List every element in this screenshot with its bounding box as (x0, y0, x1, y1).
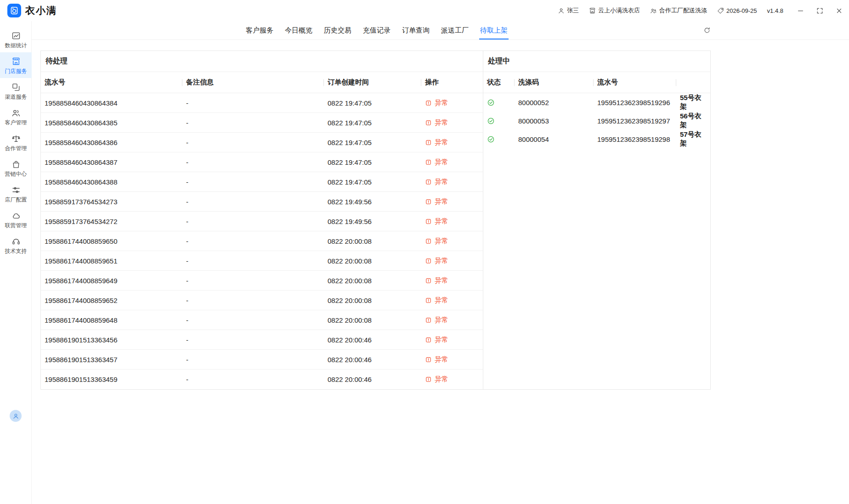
sidebar-item-label: 数据统计 (5, 43, 27, 48)
table-row: 1958861901513363456 - 0822 20:00:46 异常 (41, 330, 483, 350)
refresh-icon[interactable] (703, 27, 711, 34)
remark-cell: - (182, 192, 324, 211)
remark-cell: - (182, 212, 324, 231)
exception-icon (425, 336, 432, 343)
sidebar-item[interactable]: 营销中心 (0, 155, 32, 181)
pending-table-header: 流水号 备注信息 订单创建时间 操作 (41, 72, 483, 93)
close-icon[interactable] (836, 7, 843, 14)
table-row: 80000054 1959512362398519298 57号衣架 (483, 130, 710, 148)
exception-button[interactable]: 异常 (425, 178, 448, 186)
serial-cell: 1958858460430864387 (41, 152, 182, 172)
user-avatar[interactable] (10, 410, 22, 422)
topbar-info-item[interactable]: 张三 (558, 6, 579, 15)
topbar-info-label: 张三 (567, 6, 579, 15)
sidebar-item-label: 渠道服务 (5, 94, 27, 100)
exception-label: 异常 (435, 375, 448, 384)
exception-label: 异常 (435, 316, 448, 325)
sidebar-item[interactable]: 数据统计 (0, 27, 32, 52)
serial-cell: 1958858460430864386 (41, 133, 182, 152)
remark-cell: - (182, 93, 324, 112)
sidebar-item[interactable]: 店厂配置 (0, 181, 32, 207)
remark-cell: - (182, 310, 324, 330)
sidebar-item[interactable]: 合作管理 (0, 129, 32, 155)
table-row: 1958858460430864384 - 0822 19:47:05 异常 (41, 93, 483, 113)
exception-button[interactable]: 异常 (425, 237, 448, 246)
app-version: v1.4.8 (767, 7, 783, 14)
remark-cell: - (182, 370, 324, 389)
exception-label: 异常 (435, 158, 448, 167)
sidebar-item-label: 联营管理 (5, 223, 27, 228)
tabs: 客户服务 今日概览 历史交易 充值记录 订单查询 派送工厂 待取上架 (246, 21, 508, 39)
exception-button[interactable]: 异常 (425, 217, 448, 226)
tab[interactable]: 待取上架 (480, 21, 508, 39)
table-row: 1958858460430864385 - 0822 19:47:05 异常 (41, 113, 483, 133)
pending-table-body: 1958858460430864384 - 0822 19:47:05 异常 (41, 93, 483, 389)
table-row: 1958861744008859650 - 0822 20:00:08 异常 (41, 231, 483, 251)
serial-cell: 1958861744008859649 (41, 271, 182, 290)
action-cell: 异常 (421, 251, 483, 270)
table-row: 1958861901513363457 - 0822 20:00:46 异常 (41, 350, 483, 370)
serial-cell: 1958861744008859651 (41, 251, 182, 270)
main-area: 客户服务 今日概览 历史交易 充值记录 订单查询 派送工厂 待取上架 (32, 21, 849, 504)
created-cell: 0822 20:00:08 (324, 310, 421, 330)
exception-button[interactable]: 异常 (425, 355, 448, 364)
sidebar-nav: 数据统计 门店服务 渠道服务 客户管理 (0, 21, 31, 258)
col-serial: 流水号 (594, 72, 676, 93)
exception-button[interactable]: 异常 (425, 316, 448, 325)
topbar-info-item[interactable]: 云上小满洗衣店 (589, 6, 640, 15)
table-row: 80000052 1959512362398519296 55号衣架 (483, 93, 710, 112)
action-cell: 异常 (421, 370, 483, 389)
remark-cell: - (182, 172, 324, 191)
topbar-info-item[interactable]: 2026-09-25 (717, 7, 757, 14)
exception-icon (425, 297, 432, 304)
exception-button[interactable]: 异常 (425, 118, 448, 127)
remark-cell: - (182, 251, 324, 270)
exception-button[interactable]: 异常 (425, 296, 448, 305)
col-remark: 备注信息 (182, 72, 324, 93)
exception-button[interactable]: 异常 (425, 276, 448, 285)
remark-cell: - (182, 350, 324, 369)
exception-label: 异常 (435, 118, 448, 127)
exception-icon (425, 317, 432, 324)
table-row: 1958859173764534272 - 0822 19:49:56 异常 (41, 212, 483, 231)
sidebar-item[interactable]: 门店服务 (0, 52, 32, 78)
sidebar-item[interactable]: 客户管理 (0, 104, 32, 129)
exception-button[interactable]: 异常 (425, 99, 448, 107)
table-row: 1958858460430864388 - 0822 19:47:05 异常 (41, 172, 483, 192)
serial-cell: 1959512362398519297 (594, 112, 676, 130)
exception-button[interactable]: 异常 (425, 336, 448, 344)
tab[interactable]: 订单查询 (402, 21, 430, 39)
check-circle-icon (487, 117, 495, 125)
serial-cell: 1958861744008859648 (41, 310, 182, 330)
sidebar-item[interactable]: 联营管理 (0, 207, 32, 232)
table-row: 1958861744008859649 - 0822 20:00:08 异常 (41, 271, 483, 291)
tab[interactable]: 今日概览 (285, 21, 312, 39)
col-shelf (676, 72, 710, 93)
sidebar-item[interactable]: 渠道服务 (0, 78, 32, 104)
topbar-info-item[interactable]: 合作工厂配送洗涤 (650, 6, 707, 15)
exception-button[interactable]: 异常 (425, 375, 448, 384)
created-cell: 0822 20:00:08 (324, 251, 421, 270)
support-icon (11, 237, 21, 246)
exception-button[interactable]: 异常 (425, 158, 448, 167)
tab[interactable]: 派送工厂 (441, 21, 469, 39)
topbar-right: 张三 云上小满洗衣店 合作工厂配送洗涤 2026-09-25 v1.4.8 (558, 6, 843, 15)
action-cell: 异常 (421, 350, 483, 369)
tab[interactable]: 历史交易 (324, 21, 351, 39)
user-icon (558, 7, 565, 14)
serial-cell: 1958858460430864385 (41, 113, 182, 132)
created-cell: 0822 19:47:05 (324, 113, 421, 132)
tab[interactable]: 充值记录 (363, 21, 391, 39)
tab[interactable]: 客户服务 (246, 21, 273, 39)
remark-cell: - (182, 113, 324, 132)
exception-button[interactable]: 异常 (425, 197, 448, 206)
content: 待处理 流水号 备注信息 订单创建时间 操作 19588584604308643… (32, 40, 849, 390)
exception-button[interactable]: 异常 (425, 257, 448, 265)
serial-cell: 1958858460430864388 (41, 172, 182, 191)
maximize-icon[interactable] (816, 7, 823, 14)
serial-cell: 1958859173764534272 (41, 212, 182, 231)
minimize-icon[interactable] (797, 7, 804, 14)
exception-button[interactable]: 异常 (425, 138, 448, 147)
created-cell: 0822 20:00:08 (324, 291, 421, 310)
sidebar-item[interactable]: 技术支持 (0, 232, 32, 258)
